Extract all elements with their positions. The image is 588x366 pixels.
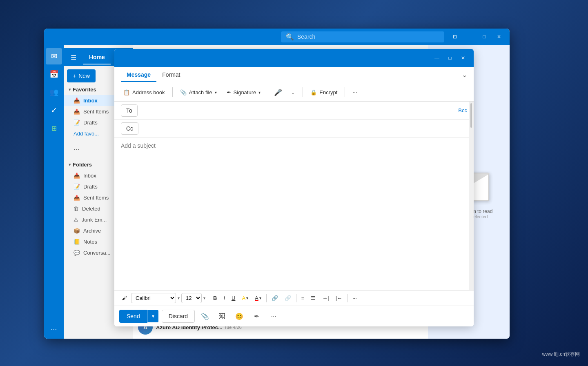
sidebar-item-apps[interactable]: ⊞: [46, 120, 62, 136]
address-book-btn[interactable]: 📋 Address book: [119, 87, 169, 98]
sidebar-item-calendar[interactable]: 📅: [46, 66, 62, 82]
compose-maximize-btn[interactable]: □: [444, 52, 456, 64]
font-color-btn[interactable]: A ▾: [252, 293, 264, 303]
format-sep-2: [266, 294, 267, 302]
compose-minimize-btn[interactable]: —: [431, 52, 443, 64]
signature-chevron-icon: ▾: [258, 90, 261, 95]
italic-btn[interactable]: I: [221, 293, 227, 303]
toolbar-sep-2: [268, 87, 268, 97]
sidebar-item-people[interactable]: 👥: [46, 84, 62, 100]
to-field-row: To Bcc: [114, 102, 474, 120]
compose-title-bar: — □ ✕: [114, 49, 474, 67]
hamburger-btn[interactable]: ☰: [67, 51, 80, 64]
folders-chevron: ▾: [69, 162, 71, 167]
paint-format-btn[interactable]: 🖌: [119, 293, 129, 303]
bold-btn[interactable]: B: [211, 293, 219, 303]
action-emoji-btn[interactable]: 😊: [232, 309, 246, 323]
sidebar-item-tasks[interactable]: ✓: [46, 102, 62, 118]
underline-btn[interactable]: U: [229, 293, 238, 303]
attach-chevron-icon: ▾: [215, 90, 217, 95]
scrollbar-thumb[interactable]: [470, 103, 472, 128]
folders-title: Folders: [73, 162, 92, 168]
action-signature-btn[interactable]: ✒: [249, 309, 263, 323]
action-attach-btn[interactable]: 📎: [198, 309, 212, 323]
toolbar-sep-1: [172, 87, 173, 97]
compose-tabs: Message Format ⌄: [114, 67, 474, 83]
new-button-group[interactable]: + New: [67, 69, 96, 82]
search-icon: 🔍: [286, 33, 294, 41]
drafts-icon: 📝: [74, 120, 80, 126]
dictate-btn[interactable]: 🎤: [272, 86, 285, 99]
encrypt-btn[interactable]: 🔒 Encrypt: [306, 87, 341, 98]
home-tab[interactable]: Home: [83, 51, 111, 64]
compose-window: — □ ✕ Message Format ⌄ 📋 Address book 📎 …: [114, 49, 474, 326]
indent-btn[interactable]: →|: [320, 293, 331, 303]
window-close-btn[interactable]: ✕: [493, 31, 505, 42]
subject-input[interactable]: [121, 138, 467, 154]
window-minimize-btn[interactable]: —: [464, 31, 475, 42]
cc-button[interactable]: Cc: [121, 122, 138, 135]
new-button[interactable]: + New: [67, 69, 96, 82]
size-chevron-icon: ▾: [203, 296, 205, 300]
sidebar-item-more[interactable]: ···: [46, 321, 62, 337]
title-bar-controls: ⊡ — □ ✕: [449, 31, 505, 42]
link-btn[interactable]: 🔗: [269, 293, 281, 303]
conversations-icon: 💬: [74, 250, 80, 256]
compose-editor[interactable]: [114, 154, 474, 290]
notes-icon: 📒: [74, 239, 80, 245]
address-book-icon: 📋: [123, 89, 130, 95]
discard-button[interactable]: Discard: [162, 310, 195, 323]
bcc-link[interactable]: Bcc: [458, 107, 467, 113]
format-bar: 🖌 Calibri ▾ 12 ▾ B I U A ▾ A ▾ 🔗 🔗: [114, 290, 474, 306]
subject-row: [114, 138, 474, 154]
to-button[interactable]: To: [121, 104, 138, 117]
download-btn[interactable]: ↓: [286, 86, 299, 99]
font-size-select[interactable]: 12: [181, 293, 202, 303]
compose-toolbar: 📋 Address book 📎 Attach file ▾ ✒ Signatu…: [114, 83, 474, 102]
unlink-btn[interactable]: 🔗: [282, 293, 294, 303]
archive-icon: 📦: [74, 228, 80, 234]
junk-icon: ⚠: [74, 217, 78, 223]
highlight-btn[interactable]: A ▾: [239, 293, 251, 303]
list-btn[interactable]: ☰: [308, 293, 318, 303]
search-bar[interactable]: 🔍: [281, 31, 444, 42]
font-color-icon: A: [255, 295, 258, 301]
highlight-icon: A: [242, 295, 245, 301]
tab-format[interactable]: Format: [156, 68, 186, 82]
action-image-btn[interactable]: 🖼: [215, 309, 229, 323]
toolbar-more-btn[interactable]: ···: [348, 86, 361, 99]
toolbar-sep-4: [345, 87, 345, 97]
font-chevron-icon: ▾: [178, 296, 180, 300]
compose-scrollbar[interactable]: [469, 102, 474, 290]
sent-icon: 📤: [74, 109, 80, 115]
search-input[interactable]: [297, 33, 439, 40]
lock-icon: 🔒: [310, 89, 317, 95]
font-select[interactable]: Calibri: [131, 293, 176, 303]
format-more-btn[interactable]: ···: [350, 293, 359, 303]
font-color-chevron-icon: ▾: [259, 296, 261, 300]
favorites-title: Favorites: [73, 87, 96, 93]
signature-btn[interactable]: ✒ Signature ▾: [223, 87, 265, 98]
align-btn[interactable]: ≡: [299, 293, 307, 303]
outdent-btn[interactable]: |←: [333, 293, 345, 303]
paperclip-icon: 📎: [180, 89, 187, 95]
highlight-chevron-icon: ▾: [246, 296, 248, 300]
compose-body: To Bcc Cc 🖌 Cal: [114, 102, 474, 326]
action-bar: Send ▾ Discard 📎 🖼 😊 ✒ ···: [114, 306, 474, 326]
cc-input[interactable]: [143, 122, 467, 135]
action-more-btn[interactable]: ···: [267, 309, 281, 323]
window-maximize-btn[interactable]: □: [479, 31, 490, 42]
title-bar: 🔍 ⊡ — □ ✕: [44, 29, 510, 45]
attach-file-btn[interactable]: 📎 Attach file ▾: [176, 87, 221, 98]
sidebar-item-mail[interactable]: ✉: [46, 48, 62, 64]
inbox2-icon: 📥: [74, 173, 80, 179]
compose-close-btn[interactable]: ✕: [457, 52, 469, 64]
to-input[interactable]: [143, 104, 459, 117]
tab-message[interactable]: Message: [121, 68, 156, 82]
drafts2-icon: 📝: [74, 184, 80, 190]
send-button[interactable]: Send: [119, 310, 147, 323]
send-dropdown-btn[interactable]: ▾: [147, 310, 158, 322]
window-settings-btn[interactable]: ⊡: [449, 31, 461, 42]
collapse-btn[interactable]: ⌄: [462, 71, 467, 79]
signature-icon: ✒: [227, 89, 231, 95]
